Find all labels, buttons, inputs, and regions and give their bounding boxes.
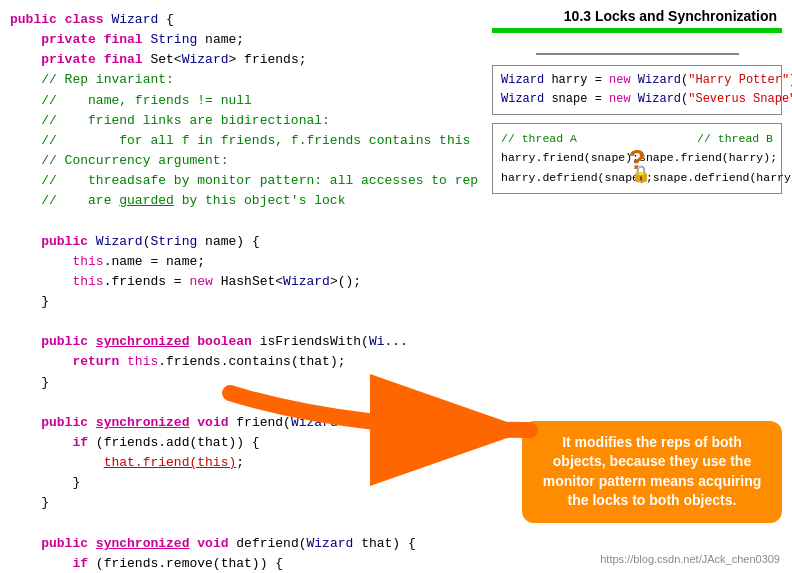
code-line-13: this.name = name; <box>10 252 782 272</box>
code-line-12: public Wizard(String name) { <box>10 232 782 252</box>
code-line-27: public synchronized void defriend(Wizard… <box>10 534 782 554</box>
code-line-20 <box>10 393 782 413</box>
snippet-line-2: Wizard snape = new Wizard("Severus Snape… <box>501 90 773 109</box>
code-line-16 <box>10 312 782 332</box>
snippet-box-1: Wizard harry = new Wizard("Harry Potter"… <box>492 65 782 115</box>
snippet-line-1: Wizard harry = new Wizard("Harry Potter"… <box>501 71 773 90</box>
code-line-19: } <box>10 373 782 393</box>
thread-a-header: // thread A <box>501 129 577 149</box>
thread-b-line-1: snape.friend(harry); <box>639 148 777 168</box>
code-line-11 <box>10 211 782 231</box>
thread-b-header: // thread B <box>697 129 773 149</box>
section-title: 10.3 Locks and Synchronization <box>492 8 782 24</box>
thread-b-line-2: snape.defriend(harry); <box>653 168 792 188</box>
green-bar <box>492 28 782 33</box>
gray-line <box>536 53 739 55</box>
watermark: https://blog.csdn.net/JAck_chen0309 <box>600 553 780 565</box>
callout-bubble: It modifies the reps of both objects, be… <box>522 421 782 523</box>
lock-icon: 🔒 <box>631 164 651 184</box>
thread-box: // thread A // thread B harry.friend(sna… <box>492 123 782 194</box>
thread-a-line-1: harry.friend(snape); <box>501 148 639 168</box>
code-line-14: this.friends = new HashSet<Wizard>(); <box>10 272 782 292</box>
code-line-18: return this.friends.contains(that); <box>10 352 782 372</box>
code-line-15: } <box>10 292 782 312</box>
right-panel: 10.3 Locks and Synchronization Wizard ha… <box>482 0 792 204</box>
main-container: public class Wizard { private final Stri… <box>0 0 792 573</box>
code-line-17: public synchronized boolean isFriendsWit… <box>10 332 782 352</box>
